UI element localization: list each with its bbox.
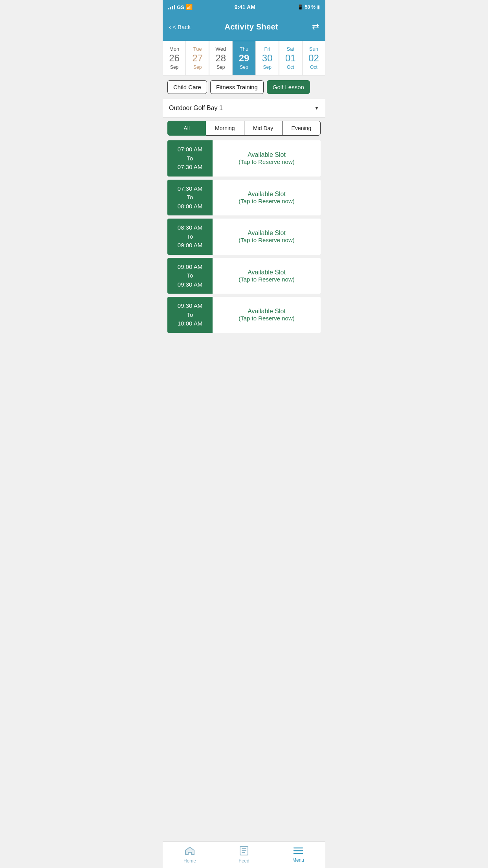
back-label: < Back	[172, 24, 191, 30]
day-name: Wed	[216, 46, 226, 52]
slot-time-from: 07:00 AM	[178, 145, 202, 154]
battery-label: 58 %	[305, 4, 316, 10]
day-num: 02	[308, 53, 319, 63]
slot-content-slot-5: Available Slot (Tap to Reserve now)	[213, 297, 321, 333]
slot-time-to: 08:00 AM	[178, 202, 202, 211]
time-filter-evening[interactable]: Evening	[283, 121, 321, 136]
status-time: 9:41 AM	[235, 4, 255, 10]
calendar-day-wed-28[interactable]: Wed 28 Sep	[209, 41, 232, 75]
category-tabs: Child CareFitness TrainingGolf Lesson	[163, 75, 325, 99]
slot-time-slot-3: 08:30 AM To 09:00 AM	[167, 219, 213, 255]
day-num: 27	[192, 53, 203, 63]
swap-icon[interactable]: ⇄	[312, 22, 319, 32]
slot-available-label: Available Slot	[248, 151, 286, 158]
dropdown-arrow-icon: ▼	[314, 105, 319, 111]
slot-row-slot-1[interactable]: 07:00 AM To 07:30 AM Available Slot (Tap…	[167, 140, 321, 177]
slot-row-slot-3[interactable]: 08:30 AM To 09:00 AM Available Slot (Tap…	[167, 219, 321, 255]
venue-label: Outdoor Golf Bay 1	[169, 105, 223, 112]
page-title: Activity Sheet	[224, 22, 278, 31]
day-name: Thu	[240, 46, 248, 52]
time-filter-morning[interactable]: Morning	[206, 121, 244, 136]
wifi-icon: 📶	[186, 4, 193, 10]
time-filter: AllMorningMid DayEvening	[163, 121, 325, 140]
day-num: 28	[216, 53, 226, 63]
slot-tap-label: (Tap to Reserve now)	[238, 315, 295, 322]
battery-icon: ▮	[317, 4, 320, 10]
slots-list: 07:00 AM To 07:30 AM Available Slot (Tap…	[163, 140, 325, 364]
slot-time-to: 09:30 AM	[178, 280, 202, 289]
venue-dropdown[interactable]: Outdoor Golf Bay 1 ▼	[163, 99, 325, 118]
category-tab-golf-lesson[interactable]: Golf Lesson	[267, 80, 310, 94]
slot-time-from: 08:30 AM	[178, 223, 202, 232]
carrier-label: GS	[177, 4, 184, 10]
slot-row-slot-2[interactable]: 07:30 AM To 08:00 AM Available Slot (Tap…	[167, 180, 321, 216]
slot-time-from: 09:00 AM	[178, 263, 202, 272]
slot-time-to: 10:00 AM	[178, 319, 202, 328]
slot-content-slot-1: Available Slot (Tap to Reserve now)	[213, 140, 321, 177]
slot-time-slot-5: 09:30 AM To 10:00 AM	[167, 297, 213, 333]
slot-time-sep: To	[187, 311, 193, 320]
slot-tap-label: (Tap to Reserve now)	[238, 158, 295, 165]
slot-row-slot-4[interactable]: 09:00 AM To 09:30 AM Available Slot (Tap…	[167, 258, 321, 294]
calendar-strip: Mon 26 Sep Tue 27 Sep Wed 28 Sep Thu 29 …	[163, 41, 325, 75]
day-month: Sep	[216, 64, 225, 70]
slot-time-sep: To	[187, 232, 193, 241]
bluetooth-icon: 📱	[297, 4, 303, 10]
slot-available-label: Available Slot	[248, 230, 286, 237]
slot-content-slot-2: Available Slot (Tap to Reserve now)	[213, 180, 321, 216]
day-name: Sun	[309, 46, 318, 52]
slot-time-to: 09:00 AM	[178, 241, 202, 250]
signal-icon	[168, 5, 175, 9]
day-name: Fri	[264, 46, 270, 52]
day-month: Oct	[310, 64, 317, 70]
day-month: Sep	[193, 64, 202, 70]
category-tab-child-care[interactable]: Child Care	[167, 80, 207, 94]
day-num: 29	[239, 53, 250, 63]
day-num: 30	[262, 53, 273, 63]
back-arrow-icon: ‹	[169, 24, 171, 30]
day-name: Tue	[193, 46, 202, 52]
slot-content-slot-4: Available Slot (Tap to Reserve now)	[213, 258, 321, 294]
calendar-day-mon-26[interactable]: Mon 26 Sep	[163, 41, 186, 75]
day-name: Sat	[287, 46, 295, 52]
status-bar: GS 📶 9:41 AM 📱 58 % ▮	[163, 0, 325, 14]
day-name: Mon	[169, 46, 179, 52]
back-button[interactable]: ‹ < Back	[169, 24, 191, 30]
day-month: Sep	[240, 64, 248, 70]
day-month: Sep	[263, 64, 271, 70]
day-num: 01	[285, 53, 296, 63]
calendar-day-thu-29[interactable]: Thu 29 Sep	[232, 41, 255, 75]
slot-time-slot-4: 09:00 AM To 09:30 AM	[167, 258, 213, 294]
slot-time-sep: To	[187, 193, 193, 202]
slot-available-label: Available Slot	[248, 269, 286, 276]
slot-available-label: Available Slot	[248, 191, 286, 198]
status-right: 📱 58 % ▮	[297, 4, 320, 10]
header: ‹ < Back Activity Sheet ⇄	[163, 14, 325, 41]
slot-time-slot-2: 07:30 AM To 08:00 AM	[167, 180, 213, 216]
slot-time-sep: To	[187, 271, 193, 280]
calendar-day-tue-27[interactable]: Tue 27 Sep	[186, 41, 209, 75]
status-left: GS 📶	[168, 4, 193, 10]
slot-time-to: 07:30 AM	[178, 163, 202, 172]
calendar-day-sat-01[interactable]: Sat 01 Oct	[279, 41, 302, 75]
day-month: Sep	[170, 64, 178, 70]
calendar-day-fri-30[interactable]: Fri 30 Sep	[256, 41, 279, 75]
day-month: Oct	[287, 64, 294, 70]
slot-tap-label: (Tap to Reserve now)	[238, 276, 295, 283]
slot-time-sep: To	[187, 154, 193, 163]
time-filter-all[interactable]: All	[167, 121, 206, 136]
slot-content-slot-3: Available Slot (Tap to Reserve now)	[213, 219, 321, 255]
slot-tap-label: (Tap to Reserve now)	[238, 237, 295, 243]
slot-tap-label: (Tap to Reserve now)	[238, 198, 295, 204]
slot-time-from: 09:30 AM	[178, 302, 202, 311]
slot-row-slot-5[interactable]: 09:30 AM To 10:00 AM Available Slot (Tap…	[167, 297, 321, 333]
slot-time-slot-1: 07:00 AM To 07:30 AM	[167, 140, 213, 177]
slot-time-from: 07:30 AM	[178, 184, 202, 193]
category-tab-fitness-training[interactable]: Fitness Training	[210, 80, 264, 94]
calendar-day-sun-02[interactable]: Sun 02 Oct	[302, 41, 325, 75]
time-filter-midday[interactable]: Mid Day	[244, 121, 283, 136]
slot-available-label: Available Slot	[248, 308, 286, 315]
day-num: 26	[169, 53, 180, 63]
